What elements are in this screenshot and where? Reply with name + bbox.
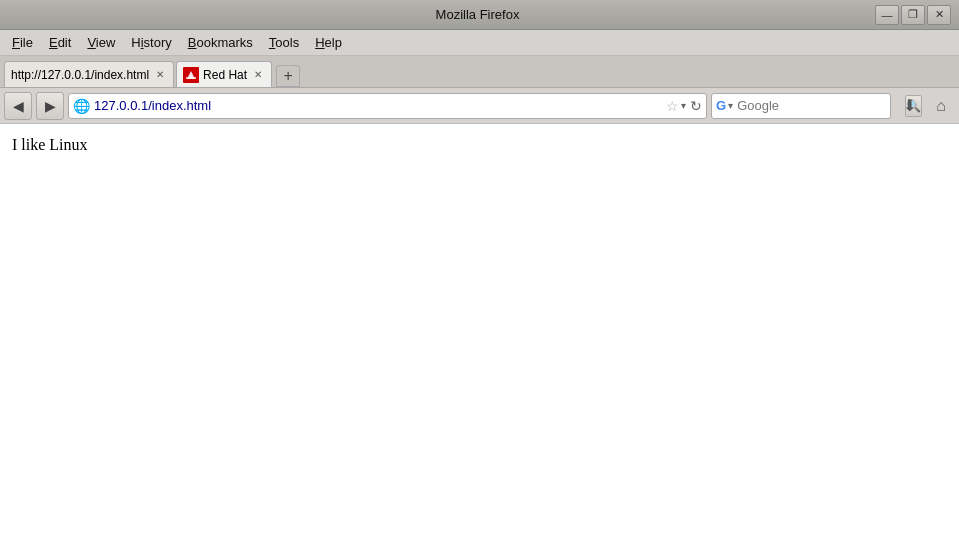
- address-bar-container: 🌐 ☆ ▾ ↻: [68, 93, 707, 119]
- menu-file[interactable]: File: [4, 32, 41, 53]
- google-icon: G: [716, 98, 726, 113]
- search-bar-container: G ▾ 🔍: [711, 93, 891, 119]
- tab-2-close[interactable]: ✕: [251, 68, 265, 82]
- download-button[interactable]: ⬇: [895, 92, 923, 120]
- svg-rect-2: [186, 77, 196, 79]
- reload-icon[interactable]: ↻: [690, 98, 702, 114]
- address-dropdown-icon[interactable]: ▾: [681, 100, 686, 111]
- minimize-button[interactable]: —: [875, 5, 899, 25]
- search-input[interactable]: [737, 98, 905, 113]
- titlebar: Mozilla Firefox — ❐ ✕: [0, 0, 959, 30]
- menubar: File Edit View History Bookmarks Tools H…: [0, 30, 959, 56]
- menu-bookmarks[interactable]: Bookmarks: [180, 32, 261, 53]
- tab-2[interactable]: Red Hat ✕: [176, 61, 272, 87]
- menu-view[interactable]: View: [79, 32, 123, 53]
- page-content-text: I like Linux: [12, 136, 88, 153]
- window-controls: — ❐ ✕: [875, 5, 951, 25]
- bookmark-star-icon[interactable]: ☆: [666, 98, 679, 114]
- tab-2-label: Red Hat: [203, 68, 247, 82]
- new-tab-button[interactable]: +: [276, 65, 300, 87]
- navbar: ◀ ▶ 🌐 ☆ ▾ ↻ G ▾ 🔍 ⬇ ⌂: [0, 88, 959, 124]
- tab-1-label: http://127.0.0.1/index.html: [11, 68, 149, 82]
- search-engine-dropdown[interactable]: ▾: [728, 100, 733, 111]
- menu-edit[interactable]: Edit: [41, 32, 79, 53]
- restore-button[interactable]: ❐: [901, 5, 925, 25]
- globe-icon: 🌐: [73, 98, 90, 114]
- back-button[interactable]: ◀: [4, 92, 32, 120]
- redhat-icon: [183, 67, 199, 83]
- tab-1-close[interactable]: ✕: [153, 68, 167, 82]
- tabbar: http://127.0.0.1/index.html ✕ Red Hat ✕ …: [0, 56, 959, 88]
- home-button[interactable]: ⌂: [927, 92, 955, 120]
- forward-button[interactable]: ▶: [36, 92, 64, 120]
- window-title: Mozilla Firefox: [80, 7, 875, 22]
- tab-1[interactable]: http://127.0.0.1/index.html ✕: [4, 61, 174, 87]
- close-button[interactable]: ✕: [927, 5, 951, 25]
- content-area: I like Linux: [0, 124, 959, 535]
- menu-tools[interactable]: Tools: [261, 32, 307, 53]
- menu-help[interactable]: Help: [307, 32, 350, 53]
- address-input[interactable]: [94, 98, 666, 113]
- menu-history[interactable]: History: [123, 32, 179, 53]
